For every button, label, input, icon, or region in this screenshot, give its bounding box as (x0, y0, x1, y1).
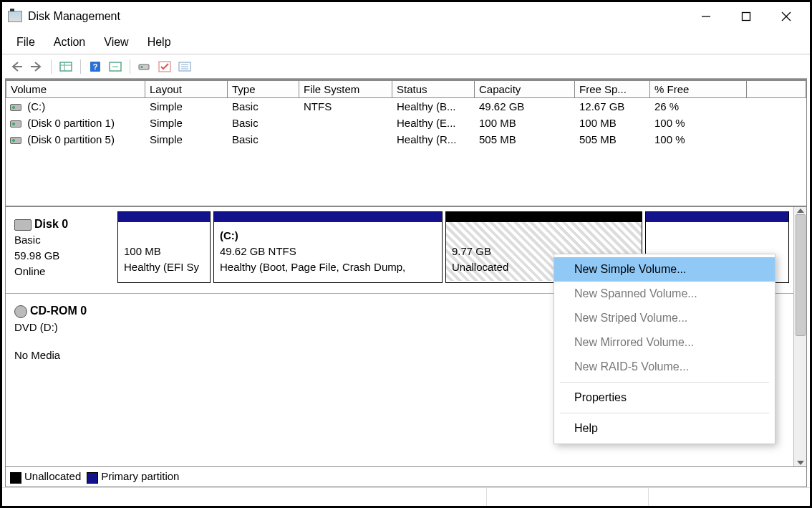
app-icon (8, 11, 22, 22)
disk-map: Disk 0 Basic 59.98 GB Online 100 MB Heal… (5, 206, 807, 487)
col-volume[interactable]: Volume (6, 80, 145, 98)
menu-properties[interactable]: Properties (554, 385, 775, 410)
disk-0-label[interactable]: Disk 0 Basic 59.98 GB Online (10, 211, 117, 283)
col-capacity[interactable]: Capacity (475, 80, 575, 98)
forward-icon[interactable] (28, 58, 45, 75)
menu-view[interactable]: View (95, 33, 137, 52)
window-title: Disk Management (28, 10, 695, 23)
vertical-scrollbar[interactable] (793, 207, 806, 466)
back-icon[interactable] (8, 58, 25, 75)
disk-glyph-icon (10, 137, 21, 144)
minimize-button[interactable] (695, 6, 717, 27)
partition-header (118, 212, 210, 222)
menu-new-simple-volume[interactable]: New Simple Volume... (554, 257, 775, 282)
menu-new-striped-volume: New Striped Volume... (554, 306, 775, 330)
disk-icon (14, 219, 32, 231)
context-menu: New Simple Volume... New Spanned Volume.… (554, 254, 775, 444)
partition-header (446, 212, 642, 222)
titlebar: Disk Management (2, 2, 810, 31)
volume-list-header: Volume Layout Type File System Status Ca… (6, 80, 806, 98)
col-type[interactable]: Type (228, 80, 299, 98)
help-icon[interactable]: ? (87, 58, 104, 75)
partition-efi[interactable]: 100 MB Healthy (EFI Sy (117, 211, 211, 283)
maximize-button[interactable] (735, 6, 757, 27)
volume-row[interactable]: (Disk 0 partition 1)SimpleBasicHealthy (… (6, 115, 806, 131)
col-pct[interactable]: % Free (650, 80, 747, 98)
partition-header (214, 212, 442, 222)
volume-row[interactable]: (Disk 0 partition 5)SimpleBasicHealthy (… (6, 131, 806, 148)
col-end (747, 80, 806, 98)
menu-action[interactable]: Action (45, 33, 94, 52)
settings-icon[interactable] (107, 58, 124, 75)
legend: Unallocated Primary partition (6, 466, 806, 487)
col-status[interactable]: Status (392, 80, 475, 98)
svg-point-11 (141, 66, 143, 68)
col-layout[interactable]: Layout (145, 80, 228, 98)
toolbar: ? (2, 54, 810, 78)
check-icon[interactable] (156, 58, 173, 75)
menu-new-spanned-volume: New Spanned Volume... (554, 282, 775, 306)
menu-file[interactable]: File (8, 33, 44, 52)
table-view-icon[interactable] (57, 58, 74, 75)
legend-primary-swatch (87, 472, 98, 484)
svg-text:?: ? (93, 62, 98, 71)
menu-new-mirrored-volume: New Mirrored Volume... (554, 330, 775, 355)
scroll-up-icon[interactable] (797, 209, 804, 213)
menu-new-raid5-volume: New RAID-5 Volume... (554, 355, 775, 379)
partition-header (646, 212, 788, 222)
menu-help[interactable]: Help (139, 33, 180, 52)
statusbar (2, 487, 810, 506)
volume-row[interactable]: (C:)SimpleBasicNTFSHealthy (B...49.62 GB… (6, 98, 806, 115)
scroll-thumb[interactable] (796, 214, 806, 336)
col-free[interactable]: Free Sp... (575, 80, 650, 98)
col-fs[interactable]: File System (299, 80, 392, 98)
disk-glyph-icon (10, 120, 21, 128)
svg-rect-1 (743, 13, 750, 21)
cdrom-label[interactable]: CD-ROM 0 DVD (D:) No Media (10, 298, 117, 368)
scroll-down-icon[interactable] (797, 461, 804, 465)
close-button[interactable] (775, 6, 797, 27)
svg-rect-10 (139, 64, 149, 70)
svg-rect-4 (60, 62, 72, 71)
menubar: File Action View Help (2, 31, 810, 54)
disk-icon[interactable] (136, 58, 153, 75)
partition-c[interactable]: (C:) 49.62 GB NTFS Healthy (Boot, Page F… (213, 211, 443, 283)
volume-list[interactable]: Volume Layout Type File System Status Ca… (5, 79, 807, 206)
app-window: Disk Management File Action View Help ? … (0, 0, 812, 508)
legend-unallocated-swatch (10, 472, 21, 484)
disk-glyph-icon (10, 104, 21, 111)
cdrom-icon (14, 305, 27, 318)
menu-help[interactable]: Help (554, 416, 775, 441)
list-icon[interactable] (176, 58, 193, 75)
